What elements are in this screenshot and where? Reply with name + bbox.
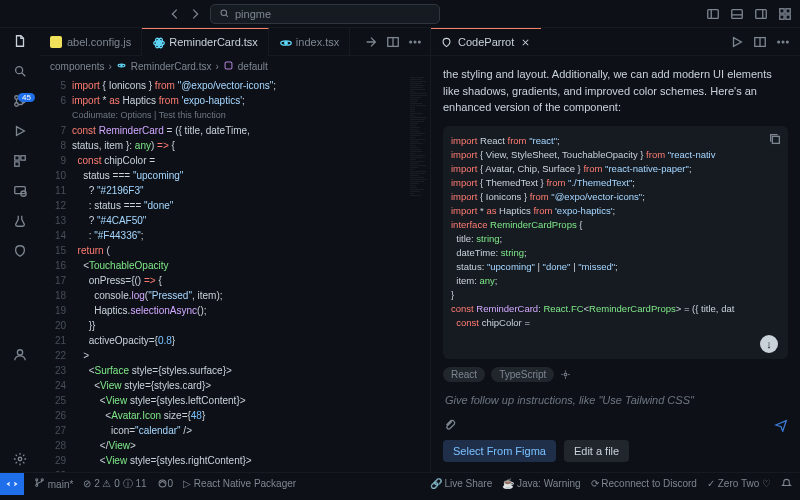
split-editor-icon[interactable] xyxy=(386,35,400,49)
extensions-icon[interactable] xyxy=(13,154,27,168)
select-from-figma-button[interactable]: Select From Figma xyxy=(443,440,556,462)
account-icon[interactable] xyxy=(13,348,27,362)
activity-bar: 45 xyxy=(0,28,40,472)
theme-status[interactable]: ✓ Zero Two ♡ xyxy=(707,478,771,489)
scm-badge: 45 xyxy=(18,93,35,102)
layout-sidebar-right-icon[interactable] xyxy=(754,7,768,21)
codeparrot-panel: CodeParrot the styling and layout. Addit… xyxy=(430,28,800,472)
search-icon xyxy=(219,8,230,19)
svg-rect-14 xyxy=(15,162,19,166)
breadcrumb[interactable]: components› ReminderCard.tsx› default xyxy=(40,56,430,76)
codeparrot-activity-icon[interactable] xyxy=(13,244,27,258)
git-branch[interactable]: main* xyxy=(34,477,73,490)
followup-input[interactable]: Give follow up instructions, like "Use T… xyxy=(443,390,788,410)
attach-icon[interactable] xyxy=(443,418,457,432)
svg-rect-5 xyxy=(786,8,790,12)
title-bar: pingme xyxy=(0,0,800,28)
explorer-icon[interactable] xyxy=(13,34,27,48)
code-snippet: import React from "react";import { View,… xyxy=(443,126,788,360)
remote-explorer-icon[interactable] xyxy=(13,184,27,198)
live-share[interactable]: 🔗 Live Share xyxy=(430,478,493,489)
svg-point-34 xyxy=(782,41,784,43)
svg-rect-31 xyxy=(225,62,232,69)
copy-icon[interactable] xyxy=(768,132,782,146)
testing-icon[interactable] xyxy=(13,214,27,228)
svg-rect-36 xyxy=(772,136,779,143)
editor-tabs: abel.config.js ReminderCard.tsx index.ts… xyxy=(40,28,430,56)
problems[interactable]: ⊘ 2 ⚠ 0 ⓘ 11 xyxy=(83,477,146,491)
code-editor[interactable]: import { Ionicons } from "@expo/vector-i… xyxy=(72,76,408,472)
packager-status[interactable]: ▷ React Native Packager xyxy=(183,478,296,489)
svg-point-19 xyxy=(158,42,161,45)
react-file-icon xyxy=(116,60,127,73)
codeparrot-tab[interactable]: CodeParrot xyxy=(431,28,541,56)
chip-react[interactable]: React xyxy=(443,367,485,382)
react-file-icon xyxy=(152,36,164,48)
svg-point-26 xyxy=(410,41,412,43)
discord-status[interactable]: ⟳ Reconnect to Discord xyxy=(591,478,697,489)
svg-point-18 xyxy=(18,457,22,461)
svg-point-17 xyxy=(17,350,22,355)
remote-indicator[interactable] xyxy=(0,473,24,495)
run-icon[interactable] xyxy=(730,35,744,49)
notifications-icon[interactable] xyxy=(781,478,792,489)
status-bar: main* ⊘ 2 ⚠ 0 ⓘ 11 0 ▷ React Native Pack… xyxy=(0,472,800,494)
chip-settings-icon[interactable] xyxy=(560,369,571,380)
svg-rect-15 xyxy=(15,187,26,194)
tab-babel-config[interactable]: abel.config.js xyxy=(40,28,142,56)
svg-point-23 xyxy=(285,41,288,44)
svg-point-0 xyxy=(221,10,227,16)
svg-rect-13 xyxy=(21,156,25,160)
command-center[interactable]: pingme xyxy=(210,4,440,24)
svg-rect-1 xyxy=(708,9,719,18)
more-actions-icon[interactable] xyxy=(408,35,422,49)
tab-index[interactable]: index.tsx xyxy=(269,28,350,56)
svg-point-29 xyxy=(121,64,122,65)
nav-back-icon[interactable] xyxy=(168,7,182,21)
scroll-down-icon[interactable]: ↓ xyxy=(760,335,778,353)
edit-file-button[interactable]: Edit a file xyxy=(564,440,629,462)
settings-gear-icon[interactable] xyxy=(13,452,27,466)
svg-point-33 xyxy=(778,41,780,43)
svg-point-28 xyxy=(419,41,421,43)
minimap[interactable] xyxy=(408,76,430,472)
search-activity-icon[interactable] xyxy=(13,64,27,78)
svg-rect-3 xyxy=(756,9,767,18)
layout-customize-icon[interactable] xyxy=(778,7,792,21)
panel-more-icon[interactable] xyxy=(776,35,790,49)
line-numbers: 56 7891011121314151617181920212223242526… xyxy=(40,76,72,472)
svg-point-10 xyxy=(15,103,19,107)
tech-chips: React TypeScript xyxy=(443,367,788,382)
symbol-icon xyxy=(223,60,234,73)
java-status[interactable]: ☕ Java: Warning xyxy=(502,478,580,489)
svg-rect-6 xyxy=(780,14,784,18)
chip-typescript[interactable]: TypeScript xyxy=(491,367,554,382)
svg-rect-12 xyxy=(15,156,19,160)
port-icon[interactable]: 0 xyxy=(157,478,174,489)
search-text: pingme xyxy=(235,8,271,20)
run-debug-icon[interactable] xyxy=(13,124,27,138)
panel-layout-icon[interactable] xyxy=(753,35,767,49)
ai-response-text: the styling and layout. Additionally, we… xyxy=(443,66,788,116)
svg-point-8 xyxy=(16,67,23,74)
layout-sidebar-left-icon[interactable] xyxy=(706,7,720,21)
nav-forward-icon[interactable] xyxy=(188,7,202,21)
compare-changes-icon[interactable] xyxy=(364,35,378,49)
svg-point-35 xyxy=(787,41,789,43)
svg-point-37 xyxy=(565,373,568,376)
svg-rect-2 xyxy=(732,9,743,18)
tab-remindercard[interactable]: ReminderCard.tsx xyxy=(142,28,269,56)
branch-icon xyxy=(34,477,45,488)
svg-point-27 xyxy=(414,41,416,43)
svg-rect-4 xyxy=(780,8,784,12)
react-file-icon xyxy=(279,36,291,48)
editor-group: abel.config.js ReminderCard.tsx index.ts… xyxy=(40,28,430,472)
parrot-icon xyxy=(441,37,452,48)
send-icon[interactable] xyxy=(774,418,788,432)
close-icon[interactable] xyxy=(520,37,531,48)
layout-panel-icon[interactable] xyxy=(730,7,744,21)
svg-rect-7 xyxy=(786,14,790,18)
